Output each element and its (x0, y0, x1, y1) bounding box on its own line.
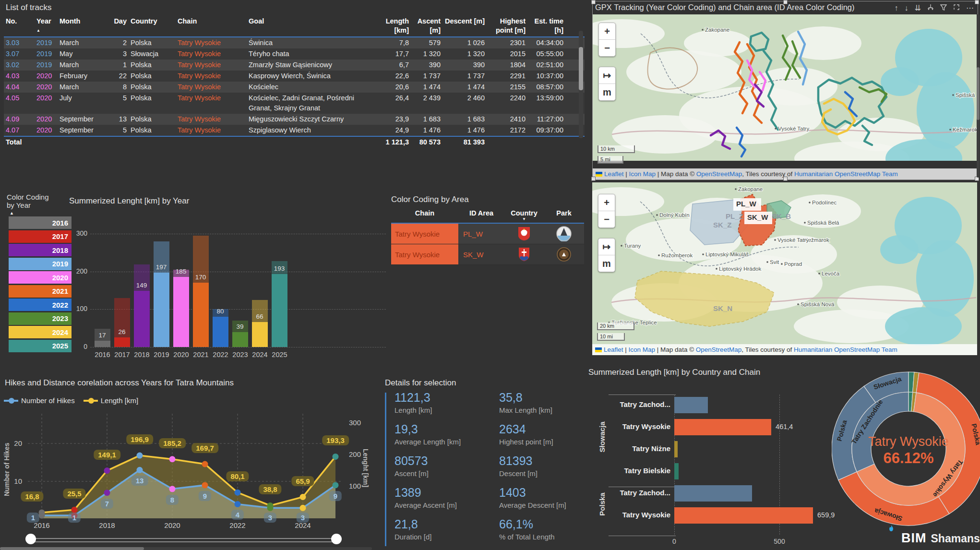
column-header-length-km-[interactable]: Length [km] (380, 16, 411, 36)
measure-button[interactable]: m (598, 255, 615, 272)
zoom-out-button[interactable]: − (598, 211, 615, 227)
area-map[interactable]: PL_ZSK_ZSK_BSK_NPL_WSK_WZakopaneDolný Ku… (592, 182, 977, 355)
hikes-marker-2024[interactable] (300, 505, 306, 511)
drill-up-icon[interactable]: ↑ (895, 4, 898, 12)
bar-2022[interactable]: 80 (213, 309, 228, 347)
column-header-year[interactable]: Year▲ (35, 16, 58, 36)
legend-item-2016[interactable]: 2016 (9, 216, 72, 229)
table-row[interactable]: 3.072019May3SłowacjaTatry WysokieTéryho … (4, 48, 585, 60)
tracks-table-scrollbar[interactable] (579, 31, 583, 138)
bar-tatry-zachod-[interactable] (674, 397, 708, 413)
resize-handle[interactable] (783, 177, 788, 181)
table-row[interactable]: 3.022019March1PolskaTatry WysokieZmarzły… (4, 60, 585, 71)
slider-handle-right[interactable] (331, 534, 342, 544)
bar-2023[interactable]: 39 (232, 321, 248, 347)
gpx-map[interactable]: ZakopaneVysoké TatrySpišskáKežmarok (593, 14, 977, 161)
legend-item-2025[interactable]: 2025 (9, 340, 72, 352)
bar-2020[interactable]: 185 (173, 270, 189, 347)
column-header-day[interactable]: Day (110, 16, 129, 26)
table-row[interactable]: 4.032020February22PolskaTatry WysokieKas… (4, 71, 585, 82)
table-row[interactable]: 4.072020September5PolskaTatry WysokieSzp… (4, 125, 585, 136)
hikes-marker-2022[interactable] (235, 501, 241, 507)
measure-button[interactable]: m (599, 84, 615, 100)
column-header-ascent-m-[interactable]: Ascent [m] (411, 16, 442, 36)
length-marker-2020[interactable] (169, 456, 176, 462)
column-header-country[interactable]: Country (129, 16, 176, 26)
legend-item-2019[interactable]: 2019 (9, 258, 72, 270)
zoom-in-button[interactable]: + (599, 23, 615, 39)
bar-tatry-bielskie[interactable] (674, 463, 679, 479)
column-header-descent-m-[interactable]: Descent [m] (442, 16, 487, 26)
column-header-id-area[interactable]: ID Area (458, 209, 504, 221)
hikes-marker-2020[interactable] (169, 486, 176, 492)
slider-handle-left[interactable] (25, 534, 36, 544)
legend-item-2023[interactable]: 2023 (9, 312, 72, 325)
length-marker-2022[interactable] (235, 490, 241, 496)
legend-item-2024[interactable]: 2024 (9, 326, 72, 338)
openstreetmap-link[interactable]: OpenStreetMap (696, 346, 741, 353)
column-header-chain[interactable]: Chain (391, 209, 458, 221)
fit-bounds-button[interactable]: ↦ (599, 67, 615, 84)
table-row[interactable]: 4.052020July5PolskaTatry WysokieKościele… (4, 93, 585, 114)
openstreetmap-link[interactable]: OpenStreetMap (696, 170, 742, 178)
bar-2021[interactable]: 170 (193, 236, 209, 347)
resize-handle[interactable] (591, 0, 596, 4)
table-row[interactable]: 4.042020March8PolskaTatry WysokieKościel… (4, 82, 585, 93)
table-row[interactable]: 4.092020September13PolskaTatry WysokieMi… (4, 114, 585, 125)
area-table-row[interactable]: Tatry WysokieSK_W (391, 244, 584, 265)
bar-2019[interactable]: 197 (154, 241, 169, 347)
sort-ascending-icon[interactable]: ▲ (10, 211, 74, 215)
area-table-row[interactable]: Tatry WysokiePL_W (391, 224, 584, 244)
resize-handle[interactable] (591, 177, 596, 181)
column-header-country[interactable]: Country▼ (504, 209, 544, 221)
filter-icon[interactable] (940, 4, 947, 12)
hikes-marker-2023[interactable] (267, 505, 274, 511)
column-header-goal[interactable]: Goal (247, 16, 380, 26)
bar-tatry-wysokie[interactable] (674, 507, 813, 524)
icon-map-link[interactable]: Icon Map (629, 170, 656, 178)
legend-item-2021[interactable]: 2021 (9, 285, 72, 298)
length-marker-2025[interactable] (333, 454, 339, 460)
column-header-month[interactable]: Month (58, 16, 110, 26)
legend-item-2017[interactable]: 2017 (9, 230, 72, 243)
bar-tatry-wysokie[interactable] (674, 419, 771, 435)
bar-2025[interactable]: 193 (272, 261, 287, 347)
column-header-park[interactable]: Park (544, 209, 584, 221)
legend-item-2020[interactable]: 2020 (9, 271, 72, 284)
column-header-no-[interactable]: No. (4, 16, 35, 26)
bar-2018[interactable]: 149 (134, 264, 150, 347)
length-marker-2021[interactable] (202, 461, 208, 467)
length-marker-2024[interactable] (300, 494, 306, 500)
bar-tatry-ni-ne[interactable] (674, 441, 678, 457)
hikes-marker-2021[interactable] (202, 482, 208, 488)
hikes-marker-2016[interactable] (39, 513, 45, 519)
table-row[interactable]: 3.032019March2PolskaTatry WysokieŚwinica… (4, 37, 585, 48)
more-options-icon[interactable]: ⋯ (966, 3, 975, 12)
leaflet-link[interactable]: Leaflet (604, 170, 624, 178)
hikes-marker-2019[interactable] (137, 467, 143, 473)
expand-all-icon[interactable] (927, 4, 934, 12)
hikes-marker-2025[interactable] (333, 482, 339, 488)
length-marker-2017[interactable] (72, 507, 78, 513)
resize-handle[interactable] (975, 0, 979, 4)
bar-tatry-zachod-[interactable] (674, 485, 752, 502)
column-header-highest-point-m-[interactable]: Highest point [m] (487, 16, 527, 36)
bar-2016[interactable]: 17 (95, 329, 110, 347)
hikes-marker-2018[interactable] (104, 490, 110, 496)
drill-down-icon[interactable]: ↓ (905, 4, 908, 12)
zoom-in-button[interactable]: + (598, 194, 615, 211)
column-header-chain[interactable]: Chain (176, 16, 247, 26)
fit-bounds-button[interactable]: ↦ (598, 239, 615, 255)
hot-team-link[interactable]: Humanitarian OpenStreetMap Team (794, 170, 898, 178)
icon-map-link[interactable]: Icon Map (629, 346, 656, 353)
page-scrollbar-vertical[interactable] (977, 14, 980, 178)
legend-item-2018[interactable]: 2018 (9, 244, 72, 256)
page-scrollbar-horizontal[interactable] (0, 547, 372, 550)
bar-2017[interactable]: 26 (114, 298, 130, 347)
legend-item-2022[interactable]: 2022 (9, 299, 72, 311)
length-marker-2019[interactable] (137, 453, 143, 459)
leaflet-link[interactable]: Leaflet (604, 346, 623, 353)
go-to-next-level-icon[interactable]: ⇊ (915, 3, 921, 12)
bar-2024[interactable]: 66 (252, 300, 268, 347)
focus-mode-icon[interactable] (953, 4, 960, 12)
